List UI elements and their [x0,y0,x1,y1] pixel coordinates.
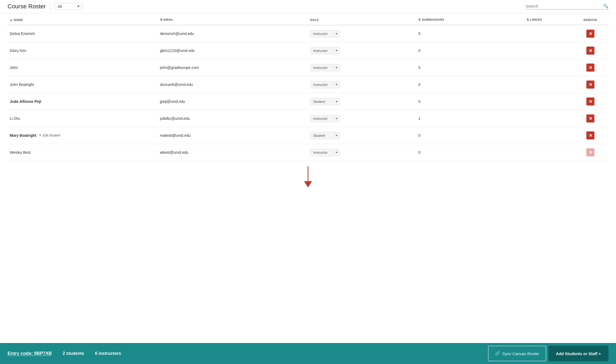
col-header-linked[interactable]: ⇅ LINKED [524,13,572,25]
student-name: Wesley Best [10,150,31,155]
name-cell: Li Zhu [8,110,158,127]
pencil-icon: ✎ [39,134,42,137]
remove-cell: ✕ [572,76,608,93]
remove-button[interactable]: ✕ [586,47,594,55]
submissions-cell: 0 [416,42,524,59]
table-row: Glory Kimgkim1210@umd.eduInstructorStude… [8,42,608,59]
linked-cell [524,110,572,127]
search-container: 🔍 [525,4,608,9]
remove-button[interactable]: ✕ [586,97,594,106]
role-cell: InstructorStudentGrader [308,144,416,161]
table-row: John Boatrightduncanb@umd.eduInstructorS… [8,76,608,93]
edit-student-link[interactable]: ✎ Edit Student [39,134,60,137]
role-cell: InstructorStudentGrader [308,127,416,144]
role-select[interactable]: InstructorStudentGrader [310,64,340,71]
table-row: Li Zhujulielkz@umd.eduInstructorStudentG… [8,110,608,127]
table-row: Jude Alfonso Pejijpeji@umd.eduInstructor… [8,93,608,110]
role-select[interactable]: InstructorStudentGrader [310,132,340,139]
submissions-cell: 1 [416,110,524,127]
student-name: Mary Boatright [10,133,36,138]
remove-button[interactable]: ✕ [586,131,594,139]
x-icon: ✕ [589,48,592,53]
sync-canvas-roster-button[interactable]: 🔗 Sync Canvas Roster [488,346,546,361]
email-cell: julielkz@umd.edu [158,110,308,127]
footer-instructors: 6 instructors [95,351,121,356]
remove-button[interactable]: ✕ [586,148,594,156]
down-arrow-icon [303,166,313,188]
x-icon: ✕ [589,65,592,70]
add-students-staff-button[interactable]: Add Students or Staff + [548,346,608,361]
col-header-remove: REMOVE [572,13,608,25]
table-body: Debra Emerichdemerich@umd.eduInstructorS… [8,25,608,161]
role-cell: InstructorStudentGrader [308,93,416,110]
remove-button[interactable]: ✕ [586,30,594,38]
student-name: Debra Emerich [10,32,35,36]
x-icon: ✕ [589,116,592,121]
role-cell: InstructorStudentGrader [308,76,416,93]
linked-cell [524,42,572,59]
table-row: Johnjohn@gradescope.comInstructorStudent… [8,59,608,76]
linked-cell [524,144,572,161]
role-select[interactable]: InstructorStudentGrader [310,47,340,54]
role-select[interactable]: InstructorStudentGrader [310,115,340,122]
role-select[interactable]: InstructorStudentGrader [310,98,340,105]
svg-marker-1 [304,181,312,187]
x-icon: ✕ [589,133,592,138]
header-divider [50,3,50,10]
col-header-submissions[interactable]: ⇅ SUBMISSIONS [416,13,524,25]
linked-cell [524,127,572,144]
role-cell: InstructorStudentGrader [308,42,416,59]
student-name: Glory Kim [10,48,26,53]
table-row: Wesley Bestwbest@umd.eduInstructorStuden… [8,144,608,161]
role-cell: InstructorStudentGrader [308,59,416,76]
submissions-cell: 0 [416,25,524,42]
col-header-role: ROLE [308,13,416,25]
name-cell: Debra Emerich [8,25,158,42]
linked-cell [524,59,572,76]
filter-select[interactable]: AllStudentsInstructors [55,3,82,10]
role-select[interactable]: InstructorStudentGrader [310,149,340,156]
linked-cell [524,93,572,110]
submissions-cell: 0 [416,59,524,76]
remove-cell: ✕ [572,110,608,127]
role-cell: InstructorStudentGrader [308,25,416,42]
student-name: John Boatright [10,82,34,87]
remove-button[interactable]: ✕ [586,114,594,122]
role-select[interactable]: InstructorStudentGrader [310,30,340,37]
roster-table: ▲ NAME ⇅ EMAIL ROLE ⇅ SUBMISSIONS ⇅ LINK… [8,13,608,161]
name-cell: Jude Alfonso Peji [8,93,158,110]
remove-cell: ✕ [572,144,608,161]
role-cell: InstructorStudentGrader [308,110,416,127]
col-header-name[interactable]: ▲ NAME [8,13,158,25]
page-header: Course Roster AllStudentsInstructors 🔍 [0,0,616,13]
submissions-cell: 0 [416,127,524,144]
remove-cell: ✕ [572,127,608,144]
name-cell: John [8,59,158,76]
x-icon: ✕ [589,82,592,87]
remove-cell: ✕ [572,42,608,59]
student-name: Li Zhu [10,116,20,121]
x-icon: ✕ [589,31,592,36]
header-row: ▲ NAME ⇅ EMAIL ROLE ⇅ SUBMISSIONS ⇅ LINK… [8,13,608,25]
x-icon: ✕ [589,99,592,104]
email-cell: demerich@umd.edu [158,25,308,42]
remove-button[interactable]: ✕ [586,64,594,72]
table-row: Mary Boatright✎ Edit Studentmalexb@umd.e… [8,127,608,144]
remove-button[interactable]: ✕ [586,80,594,89]
role-select[interactable]: InstructorStudentGrader [310,81,340,88]
x-icon: ✕ [589,150,592,155]
roster-table-container: ▲ NAME ⇅ EMAIL ROLE ⇅ SUBMISSIONS ⇅ LINK… [0,13,616,343]
email-cell: duncanb@umd.edu [158,76,308,93]
search-input[interactable] [525,4,601,8]
name-cell: Wesley Best [8,144,158,161]
remove-cell: ✕ [572,25,608,42]
col-header-email[interactable]: ⇅ EMAIL [158,13,308,25]
remove-cell: ✕ [572,59,608,76]
footer-students: 2 students [63,351,84,356]
submissions-cell: 0 [416,93,524,110]
email-cell: malexb@umd.edu [158,127,308,144]
name-cell: Mary Boatright✎ Edit Student [8,127,158,144]
table-header: ▲ NAME ⇅ EMAIL ROLE ⇅ SUBMISSIONS ⇅ LINK… [8,13,608,25]
submissions-cell: 0 [416,144,524,161]
page-title: Course Roster [8,3,46,10]
